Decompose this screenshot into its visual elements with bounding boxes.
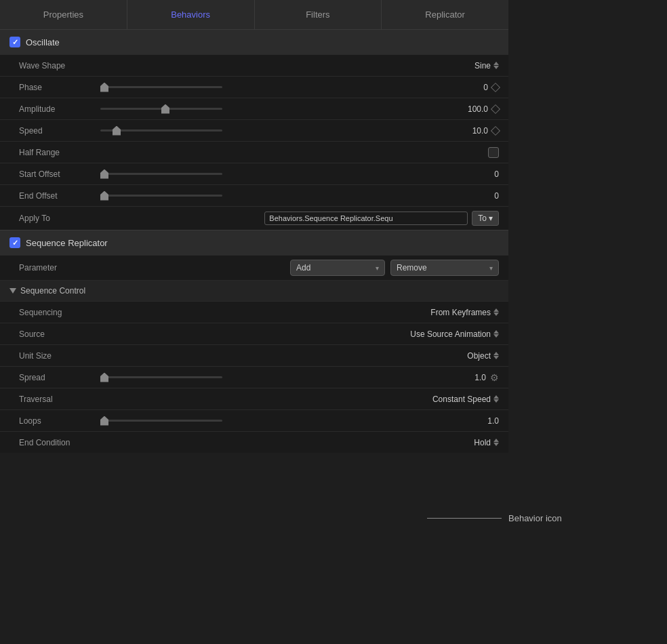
amplitude-control: 100.0	[100, 104, 499, 114]
phase-label: Phase	[19, 83, 100, 92]
wave-shape-label: Wave Shape	[19, 61, 100, 71]
spread-slider-container	[100, 376, 451, 378]
end-condition-up-arrow	[493, 439, 499, 442]
half-range-control	[100, 147, 499, 158]
end-condition-arrows	[493, 439, 499, 446]
traversal-value: Constant Speed	[432, 395, 491, 404]
phase-slider-thumb[interactable]	[100, 83, 108, 92]
speed-keyframe-diamond[interactable]	[491, 125, 500, 135]
amplitude-slider-container	[100, 108, 453, 110]
sequencing-up-arrow	[493, 308, 499, 312]
spread-slider-track[interactable]	[100, 376, 222, 378]
phase-control: 0	[100, 83, 499, 92]
source-row: Source Use Source Animation	[0, 323, 508, 344]
speed-label: Speed	[19, 126, 100, 136]
parameter-add-dropdown[interactable]: Add ▾	[290, 260, 385, 276]
amplitude-row: Amplitude 100.0	[0, 98, 508, 119]
unit-size-stepper[interactable]: Object	[467, 351, 499, 361]
parameter-remove-dropdown[interactable]: Remove ▾	[390, 260, 499, 276]
start-offset-value: 0	[468, 169, 499, 179]
end-condition-control: Hold	[100, 438, 499, 447]
traversal-control: Constant Speed	[100, 395, 499, 404]
phase-slider-track[interactable]	[100, 86, 222, 88]
tab-properties[interactable]: Properties	[0, 0, 127, 29]
phase-value: 0	[458, 83, 488, 92]
apply-to-button[interactable]: To ▾	[472, 211, 499, 226]
unit-size-down-arrow	[493, 356, 499, 359]
tab-bar: Properties Behaviors Filters Replicator	[0, 0, 508, 30]
end-offset-row: End Offset 0	[0, 184, 508, 206]
source-stepper[interactable]: Use Source Animation	[410, 329, 499, 339]
unit-size-value: Object	[467, 351, 491, 361]
amplitude-slider-thumb[interactable]	[161, 104, 169, 114]
end-condition-value: Hold	[474, 438, 491, 447]
spread-value: 1.0	[456, 373, 486, 382]
sequence-control-header[interactable]: Sequence Control	[0, 280, 508, 301]
source-control: Use Source Animation	[100, 329, 499, 339]
end-offset-control: 0	[100, 191, 499, 201]
unit-size-up-arrow	[493, 352, 499, 355]
start-offset-slider-thumb[interactable]	[100, 169, 108, 179]
wave-shape-arrows	[493, 62, 499, 69]
remove-dropdown-arrow: ▾	[489, 264, 493, 272]
amplitude-keyframe-diamond[interactable]	[491, 104, 500, 113]
unit-size-arrows	[493, 352, 499, 359]
wave-shape-up-arrow	[493, 62, 499, 65]
loops-slider-track[interactable]	[100, 420, 222, 422]
amplitude-value: 100.0	[458, 104, 488, 114]
sequencing-label: Sequencing	[19, 308, 100, 317]
sequence-replicator-checkbox[interactable]	[9, 237, 20, 248]
speed-value: 10.0	[458, 126, 488, 136]
parameter-control: Add ▾ Remove ▾	[100, 260, 499, 276]
wave-shape-row: Wave Shape Sine	[0, 54, 508, 76]
spread-row: Spread 1.0 ⚙	[0, 366, 508, 388]
annotation-line	[427, 518, 502, 519]
speed-control: 10.0	[100, 126, 499, 136]
parameter-row: Parameter Add ▾ Remove ▾	[0, 255, 508, 280]
unit-size-row: Unit Size Object	[0, 344, 508, 366]
gear-icon[interactable]: ⚙	[490, 372, 499, 383]
loops-row: Loops 1.0	[0, 409, 508, 431]
speed-slider-track[interactable]	[100, 129, 222, 132]
start-offset-slider-track[interactable]	[100, 173, 222, 175]
start-offset-row: Start Offset 0	[0, 163, 508, 184]
end-offset-label: End Offset	[19, 191, 100, 201]
end-condition-stepper[interactable]: Hold	[474, 438, 499, 447]
loops-label: Loops	[19, 416, 100, 426]
source-arrows	[493, 330, 499, 338]
phase-keyframe-diamond[interactable]	[491, 82, 500, 92]
tab-behaviors[interactable]: Behaviors	[127, 0, 255, 29]
wave-shape-stepper[interactable]: Sine	[474, 61, 499, 71]
spread-slider-thumb[interactable]	[100, 373, 108, 382]
speed-slider-thumb[interactable]	[113, 126, 121, 136]
source-down-arrow	[493, 334, 499, 338]
half-range-label: Half Range	[19, 148, 100, 157]
annotation-text: Behavior icon	[502, 513, 562, 523]
end-offset-slider-track[interactable]	[100, 195, 222, 197]
wave-shape-down-arrow	[493, 66, 499, 69]
add-dropdown-arrow: ▾	[376, 264, 379, 272]
tab-filters[interactable]: Filters	[255, 0, 382, 29]
tab-replicator[interactable]: Replicator	[382, 0, 508, 29]
sequence-control-title: Sequence Control	[20, 286, 85, 296]
phase-slider-container	[100, 86, 453, 88]
sequencing-value: From Keyframes	[430, 308, 491, 317]
loops-value: 1.0	[468, 416, 499, 426]
sequence-replicator-title: Sequence Replicator	[26, 238, 108, 248]
spread-label: Spread	[19, 373, 100, 382]
loops-slider-thumb[interactable]	[100, 416, 108, 426]
apply-to-field[interactable]: Behaviors.Sequence Replicator.Sequ	[264, 212, 468, 225]
traversal-stepper[interactable]: Constant Speed	[432, 395, 499, 404]
end-offset-slider-thumb[interactable]	[100, 191, 108, 201]
half-range-row: Half Range	[0, 141, 508, 163]
source-label: Source	[19, 329, 100, 339]
half-range-checkbox[interactable]	[488, 147, 499, 158]
speed-slider-container	[100, 129, 453, 132]
sequencing-stepper[interactable]: From Keyframes	[430, 308, 499, 317]
loops-slider-container	[100, 420, 464, 422]
amplitude-slider-track[interactable]	[100, 108, 222, 110]
oscillate-checkbox[interactable]	[9, 37, 20, 47]
parameter-label: Parameter	[19, 263, 100, 273]
end-offset-value: 0	[468, 191, 499, 201]
start-offset-control: 0	[100, 169, 499, 179]
